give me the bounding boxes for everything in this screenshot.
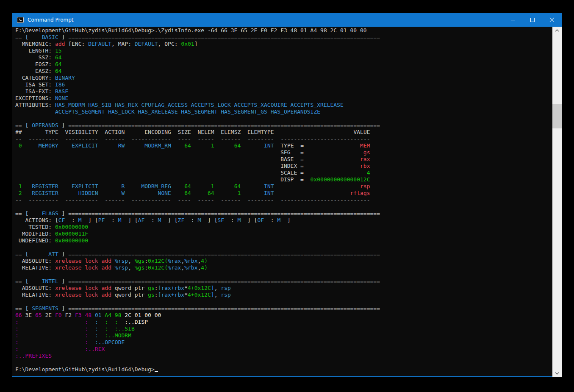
console-text-segment: %rsp <box>115 258 128 264</box>
console-text-segment: EXPLICIT <box>72 142 98 149</box>
minimize-button[interactable] <box>503 13 523 27</box>
console-text-segment: F0 <box>55 312 65 318</box>
console-text-segment: 3E <box>25 312 35 318</box>
console-line <box>15 298 552 305</box>
console-text-segment: NONE <box>55 95 68 101</box>
console-line: BASE = rax <box>15 156 552 163</box>
console-line <box>15 271 552 278</box>
console-text-segment: ] <box>211 292 214 298</box>
console-text-segment: : <box>85 325 88 332</box>
console-text-segment: :..MODRM <box>105 332 131 339</box>
console-text-segment: 0 <box>19 142 22 149</box>
scroll-down-button[interactable] <box>552 370 562 377</box>
console-line: UNDEFINED: 0x00000000 <box>15 237 552 244</box>
console-text-segment: ] [ <box>82 217 98 223</box>
console-text-segment: 4 <box>367 170 370 176</box>
console-text-segment: ] <box>58 122 68 128</box>
console-line: DISP = 0x000000000000012C <box>15 176 552 183</box>
maximize-icon <box>530 18 535 22</box>
console-text-segment: : <box>105 217 118 223</box>
console-text-segment: 66 <box>15 312 25 318</box>
console-line <box>15 115 552 122</box>
console-text-segment: ELEMSZ <box>221 129 241 135</box>
console-line: ABSOLUTE: xrelease lock add qword ptr gs… <box>15 285 552 292</box>
console-text-segment: SEG = <box>280 149 304 156</box>
console-text-segment: == [ <box>15 122 32 128</box>
console-text-segment: ENCODING <box>144 129 171 135</box>
console-text-segment: CF <box>58 217 65 223</box>
console-line: TESTED: 0x00000000 <box>15 224 552 231</box>
console-text-segment: 4+0x12C <box>188 285 211 291</box>
console-text-segment: ---------- <box>65 136 98 142</box>
console-line: -- --------- ---------- ------ ---------… <box>15 197 552 203</box>
console-line: : : : :..MODRM <box>15 332 552 339</box>
close-button[interactable] <box>542 13 562 27</box>
console-line: :..PREFIXES <box>15 353 552 359</box>
console-output[interactable]: F:\Development\GitHub\zydis\Build64\Debu… <box>12 27 552 377</box>
console-text-segment: qword ptr <box>111 292 148 298</box>
console-text-segment: --------------------------- <box>280 136 370 142</box>
console-text-segment: TYPE <box>45 129 58 135</box>
console-text-segment: M <box>78 217 82 223</box>
console-text-segment: ATT <box>48 251 58 257</box>
console-text-segment: ] <box>58 278 68 284</box>
console-text-segment: gs <box>148 285 155 291</box>
console-text-segment: INDEX = <box>280 163 304 169</box>
console-text-segment: rflags <box>350 190 370 196</box>
console-text-segment: 2C 01 00 00 <box>125 312 161 318</box>
console-line: ABSOLUTE: xrelease lock add %rsp, %gs:0x… <box>15 258 552 264</box>
console-text-segment: gs <box>148 292 155 298</box>
console-text-segment: %gs <box>135 258 144 264</box>
console-text-segment: 64 <box>184 183 191 189</box>
console-text-segment: rsp <box>221 292 230 298</box>
console-text-segment: ----- <box>198 197 214 203</box>
console-text-segment: : <box>115 319 118 325</box>
console-text-segment: REGISTER <box>32 183 58 189</box>
console-line <box>15 244 552 251</box>
console-text-segment: ========================================… <box>68 278 380 284</box>
console-text-segment: I86 <box>55 81 65 88</box>
console-line: ACTIONS: [CF : M ] [PF : M ] [AF : M ] [… <box>15 217 552 224</box>
console-text-segment: == [ <box>15 251 28 257</box>
console-text-segment: : <box>155 292 158 298</box>
scroll-up-button[interactable] <box>552 27 562 34</box>
console-text-segment: %rbx <box>184 264 197 271</box>
console-text-segment: : <box>95 325 98 332</box>
console-text-segment: ISA-SET: <box>15 81 55 88</box>
console-text-segment: AF <box>138 217 145 223</box>
scrollbar[interactable] <box>552 27 562 377</box>
console-text-segment: R <box>122 183 125 189</box>
console-text-segment: :..PREFIXES <box>15 353 52 359</box>
console-line: RELATIVE: xrelease lock add %rsp, %gs:0x… <box>15 264 552 271</box>
console-text-segment: :..REX <box>85 346 105 352</box>
console-text-segment: xrelease lock add <box>55 258 111 264</box>
console-line: F:\Development\GitHub\zydis\Build64\Debu… <box>15 27 552 34</box>
console-line: -- --------- ---------- ------ ---------… <box>15 136 552 142</box>
console-text-segment: ] [ <box>241 217 257 223</box>
console-text-segment: MODRM_REG <box>141 183 171 189</box>
console-line: : : : : :..SIB <box>15 325 552 332</box>
console-line: == [ OPERANDS ] ========================… <box>15 122 552 129</box>
console-text-segment: CATEGORY: <box>15 75 55 81</box>
console-text-segment: -- <box>15 197 22 203</box>
console-text-segment: --------- <box>28 136 58 142</box>
console-line: CATEGORY: BINARY <box>15 75 552 81</box>
console-text-segment: 2E <box>45 312 55 318</box>
console-text-segment: 1 <box>19 183 22 189</box>
console-text-segment: -------- <box>247 197 274 203</box>
console-text-segment: , <box>128 264 135 271</box>
console-text-segment: ] <box>58 34 68 40</box>
window-title: Command Prompt <box>28 17 503 23</box>
console-text-segment: ] [ <box>201 217 217 223</box>
console-text-segment: INTEL <box>42 278 58 284</box>
console-text-segment: == [ <box>15 305 32 311</box>
console-text-segment: ELEMTYPE <box>247 129 274 135</box>
title-bar[interactable]: Command Prompt <box>12 13 562 27</box>
console-text-segment: [rax+rbx <box>158 285 185 291</box>
scrollbar-thumb[interactable] <box>552 104 562 128</box>
console-text-segment: EXCEPTIONS: <box>15 95 55 101</box>
console-text-segment: 48 <box>85 312 94 318</box>
console-text-segment: ----- <box>198 136 214 142</box>
maximize-button[interactable] <box>523 13 542 27</box>
console-text-segment: ## <box>15 129 22 135</box>
